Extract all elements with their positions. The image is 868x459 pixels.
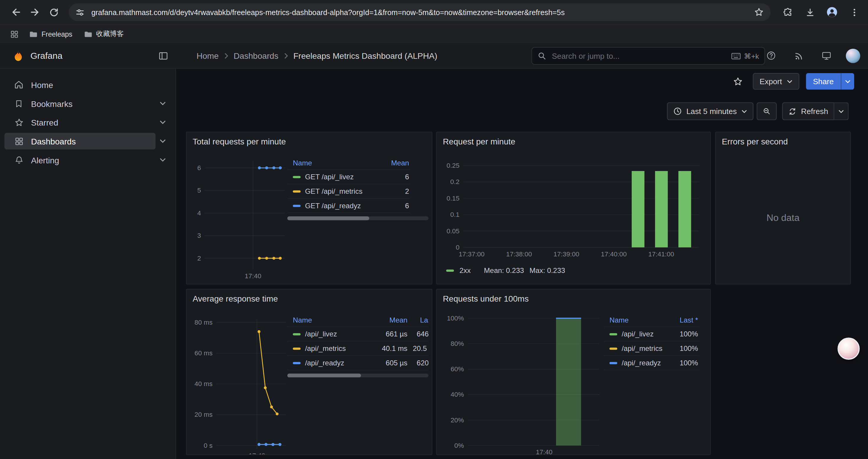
keyboard-icon (731, 52, 741, 59)
panel-title[interactable]: Errors per second (722, 137, 788, 146)
zoom-out-button[interactable] (756, 102, 776, 120)
svg-text:5: 5 (197, 187, 201, 194)
nav-brand-area: Grafana (0, 43, 176, 68)
bookmark-star-icon[interactable] (754, 7, 764, 17)
breadcrumb-current: Freeleaps Metrics Dashboard (ALPHA) (293, 51, 437, 60)
svg-text:4: 4 (197, 209, 201, 217)
forward-icon[interactable] (25, 3, 44, 22)
clock-icon (673, 107, 682, 116)
extensions-icon[interactable] (778, 3, 797, 22)
legend-row[interactable]: /api/_livez100% (604, 327, 699, 341)
legend-row[interactable]: /api/_metrics40.1 ms20.5 ms (287, 341, 428, 356)
sidebar-collapse-icon[interactable] (155, 47, 172, 64)
legend-scrollbar-thumb[interactable] (287, 374, 361, 378)
url-bar[interactable] (68, 3, 771, 21)
svg-text:60 ms: 60 ms (194, 350, 212, 357)
share-menu-caret[interactable] (841, 73, 854, 90)
folder-icon (83, 30, 92, 38)
bookmark-folder-blogs[interactable]: 收藏博客 (79, 27, 128, 41)
time-controls: Last 5 minutes Refresh (667, 102, 849, 120)
profile-avatar-icon[interactable] (823, 3, 841, 22)
brand-name: Grafana (30, 51, 62, 61)
sidebar-item-home-button[interactable]: Home (4, 76, 170, 93)
home-icon (14, 80, 24, 90)
sidebar-item-dashboards-button[interactable]: Dashboards (4, 133, 156, 150)
svg-text:60%: 60% (451, 365, 464, 373)
share-button[interactable]: Share (806, 73, 841, 90)
apps-icon (14, 136, 24, 146)
legend-row[interactable]: /api/_readyz100% (604, 356, 699, 370)
reload-icon[interactable] (44, 3, 63, 22)
panel-request-per-minute: Request per minute 0.250.20.150.10.05017… (436, 132, 711, 285)
panel-requests-under-100ms: Requests under 100ms 100%80%60%40%20%0%1… (436, 289, 711, 455)
legend-row[interactable]: GET /api/_readyz6 (287, 199, 410, 213)
grafana-top-nav: Grafana Home Dashboards Freeleaps Metric… (0, 43, 868, 68)
legend-row[interactable]: /api/_readyz605 µs620 µs (287, 356, 428, 370)
grafana-logo-icon[interactable] (12, 50, 24, 62)
svg-text:0.2: 0.2 (450, 178, 459, 186)
search-box[interactable]: ⌘+k (531, 47, 765, 65)
legend-row[interactable]: GET /api/_livez6 (287, 170, 410, 184)
browser-toolbar (0, 0, 868, 24)
refresh-interval-caret[interactable] (834, 102, 849, 120)
legend-inline[interactable]: 2xx Mean: 0.233 Max: 0.233 (446, 266, 565, 274)
sidebar-item-bookmarks: Bookmarks (0, 94, 176, 113)
legend-row[interactable]: /api/_livez661 µs646 µs (287, 327, 428, 341)
refresh-button[interactable]: Refresh (782, 102, 834, 120)
export-button[interactable]: Export (753, 73, 799, 90)
series-mean: Mean: 0.233 (484, 266, 524, 274)
panel-title[interactable]: Average response time (193, 294, 278, 303)
chevron-down-icon[interactable] (156, 115, 170, 130)
apps-grid-icon[interactable] (6, 26, 22, 42)
svg-text:20%: 20% (451, 417, 464, 424)
legend-row[interactable]: GET /api/_metrics2 (287, 184, 410, 199)
chevron-down-icon[interactable] (156, 134, 170, 148)
no-data-message: No data (716, 152, 850, 284)
monitor-icon[interactable] (818, 47, 835, 64)
bookmark-icon (14, 99, 24, 108)
sidebar-item-home: Home (0, 75, 176, 94)
user-avatar[interactable] (846, 48, 860, 63)
search-shortcut: ⌘+k (731, 52, 759, 60)
bell-icon (14, 155, 24, 165)
rss-icon[interactable] (790, 47, 807, 64)
search-input[interactable] (551, 51, 727, 61)
bookmark-label: Freeleaps (42, 30, 72, 38)
breadcrumb-dashboards[interactable]: Dashboards (234, 51, 279, 60)
legend-scrollbar[interactable] (287, 374, 428, 378)
chevron-down-icon[interactable] (156, 153, 170, 167)
svg-text:2: 2 (197, 255, 201, 262)
dashboard-toolbar: Export Share (176, 68, 868, 94)
url-input[interactable] (90, 7, 748, 17)
site-settings-icon[interactable] (75, 7, 85, 17)
favorite-star-icon[interactable] (730, 73, 746, 90)
chevron-down-icon[interactable] (156, 96, 170, 111)
series-color-swatch (293, 204, 301, 206)
legend-scrollbar-thumb[interactable] (287, 217, 369, 220)
svg-text:17:38:00: 17:38:00 (506, 251, 532, 258)
sidebar-item-bookmarks-button[interactable]: Bookmarks (4, 95, 156, 112)
panel-title[interactable]: Total requests per minute (193, 137, 286, 146)
breadcrumb-home[interactable]: Home (196, 51, 219, 60)
browser-menu-icon[interactable] (845, 3, 864, 22)
legend-scrollbar[interactable] (287, 217, 428, 220)
floating-assistant-avatar[interactable] (838, 338, 860, 360)
back-icon[interactable] (6, 3, 25, 22)
bookmark-folder-freeleaps[interactable]: Freeleaps (24, 28, 76, 41)
bar-chart: 0.250.20.150.10.05017:37:0017:38:0017:39… (441, 157, 706, 262)
help-icon[interactable] (763, 47, 779, 64)
legend-row[interactable]: /api/_metrics100% (604, 341, 699, 356)
svg-text:0: 0 (456, 244, 460, 251)
svg-text:40 ms: 40 ms (194, 380, 212, 388)
svg-text:80 ms: 80 ms (194, 319, 212, 326)
sidebar-item-alerting-button[interactable]: Alerting (4, 152, 156, 168)
series-color-swatch (610, 347, 617, 350)
panel-title[interactable]: Requests under 100ms (443, 294, 529, 303)
panel-title[interactable]: Request per minute (443, 137, 515, 146)
sidebar-item-starred-button[interactable]: Starred (4, 114, 156, 131)
series-name[interactable]: 2xx (459, 266, 471, 274)
sidebar-item-starred: Starred (0, 113, 176, 132)
series-color-swatch (293, 333, 301, 335)
download-icon[interactable] (800, 3, 819, 22)
time-range-picker[interactable]: Last 5 minutes (667, 102, 753, 120)
